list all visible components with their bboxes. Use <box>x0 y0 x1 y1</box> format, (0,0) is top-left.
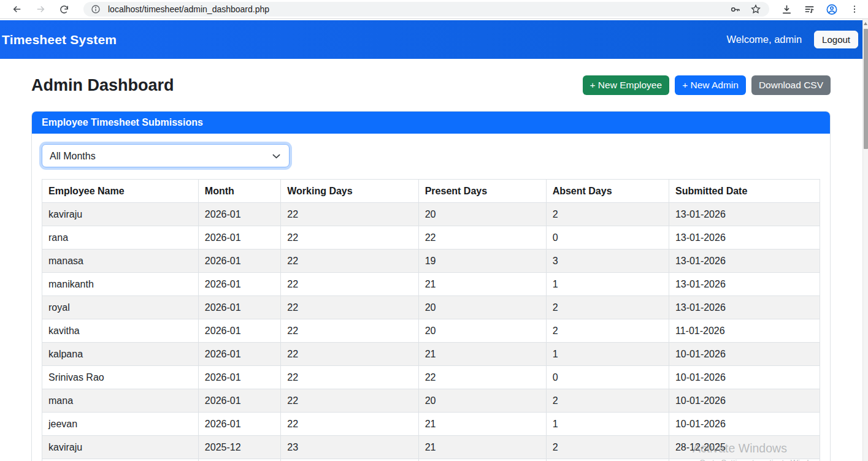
table-cell: mana <box>42 389 199 413</box>
table-cell: 22 <box>281 343 418 366</box>
table-cell: 2026-01 <box>198 273 280 296</box>
table-cell: 2026-01 <box>198 319 280 343</box>
app-navbar: Timesheet System Welcome, admin Logout <box>0 20 868 59</box>
table-row: kalpana2026-012221110-01-2026 <box>42 343 820 366</box>
table-cell: kaviraju <box>42 203 199 226</box>
table-cell: 22 <box>281 366 418 389</box>
forward-icon[interactable] <box>34 3 47 15</box>
table-cell <box>42 459 199 461</box>
table-cell: 2 <box>546 389 669 413</box>
download-icon[interactable] <box>780 3 793 15</box>
page-header: Admin Dashboard + New Employee + New Adm… <box>31 75 831 95</box>
profile-icon[interactable] <box>826 3 838 15</box>
table-cell: 1 <box>546 273 669 296</box>
menu-icon[interactable] <box>848 3 861 15</box>
table-row: manikanth2026-012221113-01-2026 <box>42 273 820 296</box>
table-cell: 20 <box>418 296 546 319</box>
month-filter: All Months <box>42 144 290 167</box>
table-cell: 0 <box>546 226 669 250</box>
table-cell: kalpana <box>42 343 199 366</box>
table-cell: Srinivas Rao <box>42 366 199 389</box>
table-cell: 2025-12 <box>198 436 280 459</box>
download-csv-button[interactable]: Download CSV <box>751 75 831 95</box>
table-cell: 23 <box>281 436 418 459</box>
card-header: Employee Timesheet Submissions <box>32 112 830 134</box>
table-cell: 2026-01 <box>198 296 280 319</box>
table-cell: 22 <box>281 273 418 296</box>
table-row: kavitha2026-012220211-01-2026 <box>42 319 820 343</box>
media-controls-icon[interactable] <box>803 3 815 15</box>
table-cell: 2026-01 <box>198 203 280 226</box>
url-text[interactable]: localhost/timesheet/admin_dashboard.php <box>108 4 729 14</box>
table-cell: 21 <box>418 436 546 459</box>
action-buttons: + New Employee + New Admin Download CSV <box>583 75 831 95</box>
table-cell: 21 <box>418 343 546 366</box>
new-admin-button[interactable]: + New Admin <box>675 75 746 95</box>
table-cell: 0 <box>546 366 669 389</box>
password-key-icon[interactable] <box>729 3 741 15</box>
table-cell: 13-01-2026 <box>669 203 820 226</box>
table-cell: 10-01-2026 <box>669 389 820 413</box>
table-row: rana2026-012222013-01-2026 <box>42 226 820 250</box>
timesheet-table: Employee NameMonthWorking DaysPresent Da… <box>42 179 820 461</box>
column-header: Employee Name <box>42 180 199 203</box>
table-row: kaviraju2026-012220213-01-2026 <box>42 203 820 226</box>
page-scrollbar[interactable] <box>862 19 868 461</box>
table-cell <box>418 459 546 461</box>
table-cell: 21 <box>418 273 546 296</box>
table-row: kaviraju2025-122321228-12-2025 <box>42 436 820 459</box>
timesheet-card: Employee Timesheet Submissions All Month… <box>31 111 831 461</box>
table-row: jeevan2026-012221110-01-2026 <box>42 413 820 436</box>
table-cell: 28-12-2025 <box>669 436 820 459</box>
table-cell: 22 <box>281 226 418 250</box>
table-cell: jeevan <box>42 413 199 436</box>
table-cell: 20 <box>418 319 546 343</box>
table-cell: 20 <box>418 389 546 413</box>
browser-toolbar: localhost/timesheet/admin_dashboard.php <box>0 0 868 19</box>
table-cell: 2 <box>546 319 669 343</box>
table-cell: 13-01-2026 <box>669 296 820 319</box>
table-cell: 13-01-2026 <box>669 250 820 273</box>
page-title: Admin Dashboard <box>31 76 174 95</box>
table-cell: 20 <box>418 203 546 226</box>
table-cell: 19 <box>418 250 546 273</box>
table-cell: 22 <box>281 250 418 273</box>
scrollbar-up-arrow-icon[interactable] <box>864 22 867 25</box>
table-cell: 3 <box>546 250 669 273</box>
bookmark-star-icon[interactable] <box>750 3 762 15</box>
scrollbar-thumb[interactable] <box>864 29 868 149</box>
table-cell: kavitha <box>42 319 199 343</box>
table-cell: 2026-01 <box>198 413 280 436</box>
welcome-text: Welcome, admin <box>727 34 802 45</box>
table-cell: 13-01-2026 <box>669 226 820 250</box>
table-cell: 2 <box>546 436 669 459</box>
column-header: Submitted Date <box>669 180 820 203</box>
column-header: Absent Days <box>546 180 669 203</box>
table-cell: 2026-01 <box>198 389 280 413</box>
app-brand: Timesheet System <box>2 32 117 47</box>
column-header: Working Days <box>281 180 418 203</box>
table-cell: kaviraju <box>42 436 199 459</box>
table-cell: 22 <box>281 296 418 319</box>
table-cell: 13-01-2026 <box>669 273 820 296</box>
table-cell: 2026-01 <box>198 343 280 366</box>
table-cell: 22 <box>281 203 418 226</box>
new-employee-button[interactable]: + New Employee <box>583 75 670 95</box>
column-header: Month <box>198 180 280 203</box>
back-icon[interactable] <box>11 3 23 15</box>
month-filter-select[interactable]: All Months <box>42 144 290 167</box>
table-header-row: Employee NameMonthWorking DaysPresent Da… <box>42 180 820 203</box>
table-cell: 11-01-2026 <box>669 319 820 343</box>
page-info-icon[interactable] <box>90 3 102 15</box>
table-cell: 22 <box>281 319 418 343</box>
table-cell: 10-01-2026 <box>669 413 820 436</box>
refresh-icon[interactable] <box>58 3 70 15</box>
address-bar[interactable]: localhost/timesheet/admin_dashboard.php <box>83 2 769 17</box>
logout-button[interactable]: Logout <box>814 31 858 48</box>
table-cell: manikanth <box>42 273 199 296</box>
table-cell: 10-01-2026 <box>669 366 820 389</box>
table-row <box>42 459 820 461</box>
table-cell: 2 <box>546 296 669 319</box>
table-cell: 2026-01 <box>198 250 280 273</box>
table-row: mana2026-012220210-01-2026 <box>42 389 820 413</box>
